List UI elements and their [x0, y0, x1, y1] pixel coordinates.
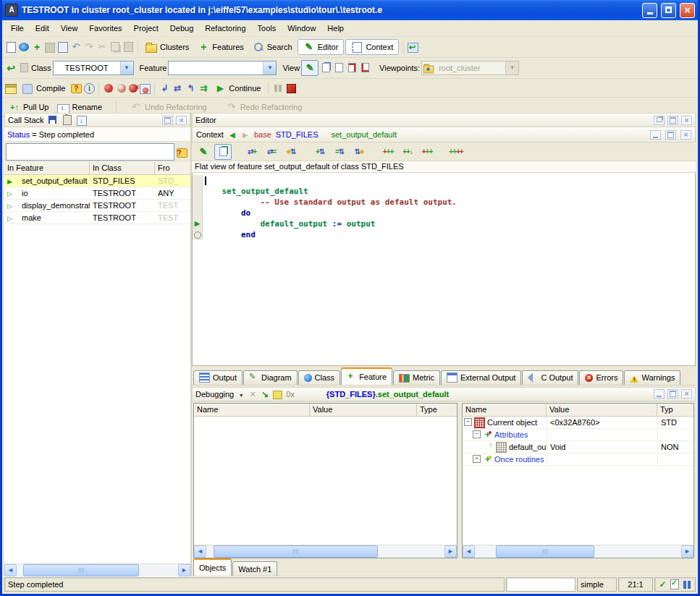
breakpoint-disable-icon[interactable] — [116, 82, 127, 94]
column-header[interactable]: In Class — [90, 162, 155, 174]
stack-help-button[interactable] — [174, 145, 189, 159]
jump-to-icon[interactable] — [261, 388, 269, 400]
editor-tab[interactable]: Class — [298, 370, 341, 385]
menu-item[interactable]: Help — [321, 22, 350, 35]
gutter[interactable] — [193, 175, 203, 186]
arrow-gutter-mark[interactable] — [193, 218, 203, 229]
editor-tab[interactable]: Warnings — [624, 370, 680, 385]
clusters-button[interactable]: Clusters — [142, 39, 193, 55]
compile-button[interactable]: Compile — [18, 80, 69, 96]
watch-hscrollbar[interactable]: ◄ ► — [194, 545, 457, 558]
melt-question-icon[interactable] — [70, 82, 82, 94]
stop-icon[interactable] — [285, 82, 297, 94]
maximize-panel-button[interactable] — [667, 389, 678, 399]
editor-tab[interactable]: Output — [193, 370, 243, 385]
gutter[interactable] — [193, 208, 203, 218]
scroll-left-icon[interactable]: ◄ — [463, 545, 475, 558]
object-tree-row[interactable]: Once routines — [463, 454, 693, 466]
breakpoints-window-icon[interactable] — [139, 82, 151, 94]
features-button[interactable]: Features — [194, 39, 247, 55]
debug-tab[interactable]: Watch #1 — [232, 561, 277, 576]
context-feature-link[interactable]: set_output_default — [331, 130, 397, 139]
editor-tab[interactable]: Feature — [341, 367, 392, 385]
circle-gutter-mark[interactable] — [193, 229, 203, 240]
view-clickable-button[interactable] — [320, 62, 332, 74]
new-icon[interactable] — [5, 41, 17, 53]
show-inherited-assertions-button[interactable] — [350, 144, 368, 160]
call-stack-row[interactable]: make TESTROOT TEST — [4, 212, 190, 224]
menu-item[interactable]: Tools — [252, 22, 282, 35]
menu-item[interactable]: File — [5, 22, 30, 35]
object-tree-row[interactable]: Attributes — [463, 429, 693, 441]
maximize-button[interactable] — [661, 3, 676, 18]
chevron-down-icon[interactable] — [263, 61, 276, 74]
hex-toggle[interactable]: 0x — [286, 390, 295, 399]
expand-toggle-icon[interactable] — [473, 455, 481, 463]
drop-stack-icon[interactable] — [76, 114, 88, 126]
column-header[interactable]: Typ — [657, 404, 693, 416]
ancestors-button[interactable] — [379, 144, 397, 160]
history-forward-icon[interactable] — [18, 62, 30, 74]
close-panel-button[interactable] — [681, 389, 692, 399]
column-header[interactable]: Name — [194, 404, 310, 416]
flat-view-button[interactable] — [214, 144, 232, 160]
maximize-panel-button[interactable] — [162, 116, 173, 125]
redo-icon[interactable] — [83, 41, 95, 53]
cut-icon[interactable] — [96, 41, 108, 53]
save-all-icon[interactable] — [57, 41, 69, 53]
view-flat-button[interactable] — [333, 62, 345, 74]
menu-item[interactable]: View — [55, 22, 84, 35]
object-tree-row[interactable]: default_output Void NON — [463, 441, 693, 454]
stack-filter-input[interactable] — [6, 143, 174, 161]
expand-toggle-icon[interactable] — [473, 430, 481, 438]
minimize-panel-button[interactable] — [650, 130, 661, 140]
call-stack-row[interactable]: io TESTROOT ANY — [4, 187, 190, 200]
dropdown-icon[interactable] — [237, 388, 245, 400]
copy-icon[interactable] — [109, 41, 121, 53]
view-interface-button[interactable] — [359, 62, 371, 74]
step-into-icon[interactable] — [159, 82, 170, 94]
external-editor-icon[interactable] — [407, 41, 418, 53]
view-contract-button[interactable] — [346, 62, 358, 74]
info-icon[interactable] — [83, 82, 95, 94]
save-icon[interactable] — [44, 41, 56, 53]
context-base-link[interactable]: base — [254, 130, 271, 139]
gutter[interactable] — [193, 186, 203, 197]
call-stack-row[interactable]: set_output_default STD_FILES STD_ — [4, 175, 190, 187]
minimize-panel-button[interactable] — [654, 389, 665, 399]
run-to-icon[interactable] — [198, 82, 209, 94]
save-icon[interactable] — [47, 114, 59, 126]
menu-item[interactable]: Debug — [164, 22, 199, 35]
close-panel-button[interactable] — [681, 116, 692, 125]
editor-tab[interactable]: C Output — [522, 370, 578, 385]
column-header[interactable]: Name — [463, 404, 547, 416]
editor-tab[interactable]: Diagram — [243, 370, 298, 385]
gutter[interactable] — [193, 197, 203, 208]
note-icon[interactable] — [273, 388, 282, 400]
scroll-left-icon[interactable]: ◄ — [194, 545, 206, 558]
column-header[interactable]: Value — [310, 404, 417, 416]
column-header[interactable]: Fro — [155, 162, 190, 174]
watch-rows[interactable] — [194, 417, 457, 545]
show-features-modified-button[interactable] — [263, 144, 280, 160]
add-icon[interactable] — [31, 41, 43, 53]
chevron-down-icon[interactable] — [120, 61, 133, 74]
feature-combobox[interactable] — [168, 61, 277, 75]
close-button[interactable] — [680, 3, 695, 18]
scroll-right-icon[interactable]: ► — [178, 564, 190, 576]
expand-toggle-icon[interactable] — [464, 418, 472, 426]
scroll-right-icon[interactable]: ► — [681, 545, 693, 558]
column-header[interactable]: Type — [417, 404, 457, 416]
search-button[interactable]: Search — [249, 39, 296, 55]
show-inherited-added-button[interactable] — [311, 144, 329, 160]
show-features-added-button[interactable] — [243, 144, 261, 160]
continue-button[interactable]: Continue — [211, 80, 264, 96]
editor-tab[interactable]: Metric — [393, 370, 440, 385]
class-combobox[interactable]: TESTROOT — [53, 61, 134, 75]
descendants-button[interactable] — [399, 144, 416, 160]
maximize-panel-button[interactable] — [667, 116, 678, 125]
restore-panel-button[interactable] — [654, 116, 665, 125]
breakpoint-enable-icon[interactable] — [103, 82, 114, 94]
step-over-icon[interactable] — [172, 82, 183, 94]
code-editor[interactable]: set_output_default -- Use standard outpu… — [192, 173, 696, 366]
